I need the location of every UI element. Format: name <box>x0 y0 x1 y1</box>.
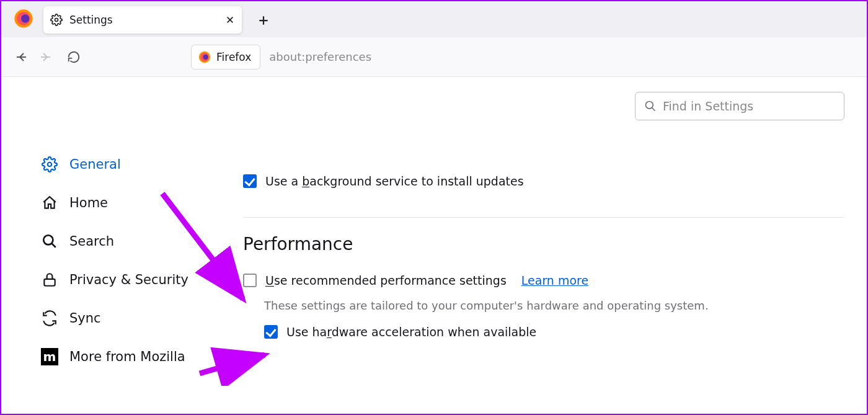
svg-rect-9 <box>44 279 55 286</box>
gear-icon <box>41 156 58 173</box>
sidebar-item-general[interactable]: General <box>41 145 243 184</box>
lock-icon <box>41 271 58 288</box>
search-icon <box>644 100 657 112</box>
svg-point-6 <box>203 54 208 59</box>
sidebar-item-label: General <box>69 157 121 172</box>
sync-icon <box>41 310 58 327</box>
identity-label: Firefox <box>216 51 251 63</box>
firefox-icon <box>198 50 211 64</box>
hardware-accel-label: Use hardware acceleration when available <box>286 325 536 339</box>
back-button[interactable] <box>10 45 33 69</box>
tab-settings[interactable]: Settings <box>43 6 242 33</box>
toolbar: Firefox about:preferences <box>1 37 867 77</box>
sidebar-item-home[interactable]: Home <box>41 184 243 222</box>
sidebar-item-search[interactable]: Search <box>41 222 243 261</box>
reload-button[interactable] <box>62 45 86 69</box>
tab-strip: Settings <box>1 1 867 37</box>
sidebar-item-label: Privacy & Security <box>69 272 188 287</box>
sidebar-item-privacy[interactable]: Privacy & Security <box>41 261 243 299</box>
tab-title: Settings <box>63 14 226 26</box>
svg-point-10 <box>646 102 653 109</box>
sidebar-item-label: Sync <box>69 311 101 326</box>
settings-sidebar: General Home Search Privacy & Security S… <box>1 77 243 414</box>
new-tab-button[interactable] <box>253 10 274 31</box>
svg-point-7 <box>48 163 52 167</box>
gear-icon <box>50 13 63 27</box>
recommended-perf-checkbox[interactable] <box>243 274 257 287</box>
sidebar-item-label: Home <box>69 195 108 210</box>
sidebar-item-label: Search <box>69 234 114 249</box>
background-service-checkbox[interactable] <box>243 174 257 188</box>
background-service-row: Use a background service to install upda… <box>243 172 844 190</box>
tab-close-button[interactable] <box>226 15 236 25</box>
perf-hint: These settings are tailored to your comp… <box>264 299 844 312</box>
search-icon <box>41 233 58 250</box>
find-in-settings-input[interactable]: Find in Settings <box>635 92 844 120</box>
svg-point-3 <box>55 19 58 22</box>
background-service-label: Use a background service to install upda… <box>265 174 524 188</box>
page-body: General Home Search Privacy & Security S… <box>1 77 867 414</box>
learn-more-link[interactable]: Learn more <box>521 274 588 287</box>
mozilla-icon: m <box>41 348 58 365</box>
settings-content: Find in Settings Use a background servic… <box>243 77 867 414</box>
divider <box>243 217 844 218</box>
firefox-app-icon <box>11 6 36 31</box>
svg-point-8 <box>43 235 53 244</box>
section-title-performance: Performance <box>243 234 844 254</box>
identity-chip[interactable]: Firefox <box>191 45 260 69</box>
search-placeholder: Find in Settings <box>663 99 753 113</box>
hardware-accel-row: Use hardware acceleration when available <box>264 323 844 341</box>
url-text[interactable]: about:preferences <box>269 50 371 63</box>
sidebar-item-sync[interactable]: Sync <box>41 299 243 337</box>
hardware-accel-checkbox[interactable] <box>264 325 278 339</box>
home-icon <box>41 194 58 212</box>
sidebar-item-mozilla[interactable]: m More from Mozilla <box>41 337 243 376</box>
sidebar-item-label: More from Mozilla <box>69 349 185 364</box>
recommended-perf-label: Use recommended performance settings <box>265 274 507 287</box>
svg-point-2 <box>21 14 29 22</box>
recommended-perf-row: Use recommended performance settings Lea… <box>243 272 844 289</box>
forward-button[interactable] <box>33 45 57 69</box>
